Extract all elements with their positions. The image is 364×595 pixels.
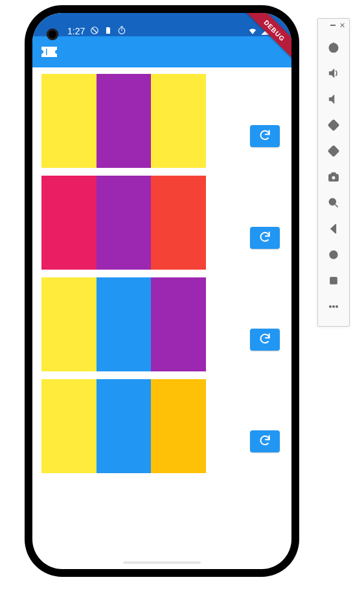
svg-line-16: [336, 205, 338, 207]
svg-rect-14: [332, 172, 336, 174]
color-row: [41, 379, 282, 473]
color-row: [41, 74, 282, 168]
refresh-icon: [258, 128, 271, 144]
color-cell: [41, 277, 97, 371]
color-cell: [97, 176, 152, 270]
svg-line-1: [93, 28, 97, 32]
refresh-button[interactable]: [250, 227, 280, 249]
color-cell: [151, 74, 206, 168]
color-cell: [41, 74, 97, 168]
app-bar: [32, 36, 291, 67]
color-cell: [97, 379, 152, 473]
status-time: 1:27: [67, 26, 85, 36]
rotate-left-icon[interactable]: [321, 112, 347, 138]
minimize-button[interactable]: [330, 25, 336, 26]
svg-point-23: [336, 305, 337, 307]
svg-point-21: [329, 305, 331, 307]
volume-down-icon[interactable]: [321, 86, 347, 112]
svg-point-22: [332, 305, 334, 307]
color-cell: [97, 277, 152, 371]
color-cell: [151, 176, 206, 270]
wifi-icon: [247, 27, 258, 36]
home-icon[interactable]: [321, 242, 347, 268]
refresh-button[interactable]: [250, 125, 280, 147]
color-cell: [151, 379, 206, 473]
color-cell: [41, 176, 97, 270]
refresh-icon: [258, 230, 271, 246]
volume-up-icon[interactable]: [321, 60, 347, 86]
back-icon[interactable]: [321, 216, 347, 242]
svg-rect-7: [46, 49, 47, 55]
color-cell: [97, 74, 152, 168]
refresh-icon: [258, 434, 271, 449]
rotate-right-icon[interactable]: [321, 138, 347, 164]
content-area: [32, 67, 291, 487]
color-swatch: [41, 74, 206, 168]
toolbar-header: ✕: [318, 19, 349, 32]
close-button[interactable]: ✕: [339, 22, 345, 29]
svg-rect-11: [328, 146, 339, 156]
overview-icon[interactable]: [321, 268, 347, 294]
svg-point-19: [330, 251, 337, 259]
camera-icon[interactable]: [321, 164, 347, 190]
zoom-in-icon[interactable]: [321, 190, 347, 216]
color-row: [41, 277, 282, 371]
refresh-button[interactable]: [250, 430, 280, 452]
color-cell: [41, 379, 97, 473]
phone-frame: 1:27: [26, 6, 298, 576]
color-row: [41, 176, 282, 270]
refresh-button[interactable]: [250, 329, 280, 351]
timer-icon: [117, 26, 126, 37]
emulator-toolbar: ✕: [317, 18, 350, 327]
svg-rect-10: [328, 120, 339, 130]
svg-rect-20: [330, 277, 337, 284]
camera-hole: [47, 29, 58, 40]
svg-point-2: [119, 27, 125, 33]
ticket-icon: [41, 47, 56, 57]
refresh-icon: [258, 332, 271, 347]
color-swatch: [41, 379, 206, 473]
sd-card-icon: [104, 26, 112, 37]
home-indicator: [123, 561, 201, 564]
color-swatch: [41, 176, 206, 270]
more-icon[interactable]: [321, 294, 347, 320]
phone-screen: 1:27: [32, 13, 291, 569]
power-icon[interactable]: [321, 34, 347, 60]
svg-point-13: [332, 176, 336, 180]
color-cell: [151, 277, 206, 371]
color-swatch: [41, 277, 206, 371]
no-sim-icon: [90, 26, 99, 37]
